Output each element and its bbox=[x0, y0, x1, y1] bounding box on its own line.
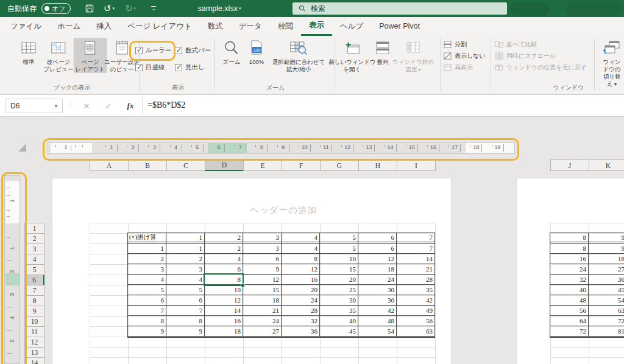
multiplication-table-cell[interactable]: 8 bbox=[128, 316, 166, 326]
row-header-10[interactable]: 10 bbox=[24, 316, 44, 327]
cancel-button[interactable]: ✕ bbox=[78, 99, 95, 113]
row-header-9[interactable]: 9 bbox=[24, 306, 44, 317]
multiplication-table-cell[interactable]: 30 bbox=[358, 285, 397, 295]
multiplication-table-cell[interactable]: 48 bbox=[358, 316, 397, 326]
multiplication-table-cell[interactable]: 27 bbox=[243, 326, 282, 337]
multiplication-table-right-cell[interactable]: 9 bbox=[589, 243, 624, 254]
gridlines-checkbox[interactable]: 目盛線 bbox=[135, 63, 165, 72]
multiplication-table-cell[interactable]: 7 bbox=[128, 306, 166, 316]
multiplication-table-cell[interactable]: 28 bbox=[397, 275, 435, 285]
multiplication-table-cell[interactable]: 14 bbox=[205, 306, 243, 316]
multiplication-table-right-cell[interactable]: 16 bbox=[550, 254, 589, 264]
multiplication-table-cell[interactable]: 36 bbox=[358, 295, 397, 306]
multiplication-table-right-cell[interactable]: 63 bbox=[589, 306, 624, 316]
multiplication-table-cell[interactable]: 12 bbox=[358, 254, 397, 264]
new-window-button[interactable]: 新しいウィンドウ を開く bbox=[328, 38, 376, 73]
multiplication-table-cell[interactable]: 5 bbox=[128, 285, 166, 295]
redo-button[interactable]: ↻▾ bbox=[125, 0, 136, 17]
insert-function-button[interactable]: fx bbox=[122, 99, 139, 113]
multiplication-table-cell[interactable]: 12 bbox=[243, 275, 282, 285]
row-header-14[interactable]: 14 bbox=[24, 357, 44, 364]
multiplication-table-cell[interactable]: 6 bbox=[128, 295, 166, 306]
multiplication-table-cell[interactable]: 4 bbox=[282, 243, 320, 254]
multiplication-table-cell[interactable]: 24 bbox=[243, 316, 282, 326]
switch-windows-button[interactable]: ウィンドウの 切り替え bbox=[603, 38, 621, 88]
customize-quick-access-button[interactable]: ⌄ bbox=[151, 0, 156, 17]
multiplication-table-cell[interactable]: 4 bbox=[166, 275, 205, 285]
reset-window-position-button[interactable]: ウィンドウの位置を元に戻す bbox=[495, 63, 587, 72]
multiplication-table-cell[interactable]: 4 bbox=[205, 254, 243, 264]
multiplication-table-cell[interactable]: 6 bbox=[358, 233, 397, 243]
multiplication-table-cell[interactable]: 54 bbox=[358, 326, 397, 337]
multiplication-table-cell[interactable]: 16 bbox=[205, 316, 243, 326]
formula-input[interactable]: =$B6*D$2 bbox=[147, 100, 185, 110]
tab-挿入[interactable]: 挿入 bbox=[88, 17, 119, 36]
multiplication-table-cell[interactable]: 40 bbox=[320, 316, 358, 326]
zoom-button[interactable]: ズーム bbox=[223, 38, 241, 66]
multiplication-table-cell[interactable]: 3 bbox=[166, 264, 205, 275]
multiplication-table-cell[interactable]: 2 bbox=[205, 233, 243, 243]
horizontal-ruler[interactable]: 112345678910111213141516171819 bbox=[48, 142, 515, 154]
multiplication-table-cell[interactable]: 8 bbox=[282, 254, 320, 264]
multiplication-table-right-cell[interactable]: 56 bbox=[550, 306, 589, 316]
multiplication-table-cell[interactable]: 9 bbox=[166, 326, 205, 337]
active-cell-selection[interactable] bbox=[204, 273, 244, 286]
multiplication-table-cell[interactable]: 42 bbox=[358, 306, 397, 316]
multiplication-table-cell[interactable]: 21 bbox=[243, 306, 282, 316]
tab-表示[interactable]: 表示 bbox=[301, 17, 332, 36]
multiplication-table-right-cell[interactable]: 40 bbox=[550, 285, 589, 295]
multiplication-table-cell[interactable]: 18 bbox=[243, 295, 282, 306]
custom-views-button[interactable]: ユーザー設定 のビュー bbox=[104, 38, 139, 73]
multiplication-table-cell[interactable]: 1 bbox=[166, 243, 205, 254]
multiplication-table-right-cell[interactable]: 9 bbox=[589, 233, 624, 243]
multiplication-table-cell[interactable]: 4 bbox=[128, 275, 166, 285]
page-break-preview-button[interactable]: 改ページ プレビュー bbox=[44, 38, 73, 73]
multiplication-table-cell[interactable]: 32 bbox=[282, 316, 320, 326]
row-header-2[interactable]: 2 bbox=[24, 233, 44, 244]
column-header-B[interactable]: B bbox=[128, 159, 167, 171]
multiplication-table-cell[interactable]: 3 bbox=[128, 264, 166, 275]
document-title[interactable]: sample.xlsx▾ bbox=[183, 0, 256, 17]
ruler-checkbox[interactable]: ルーラー bbox=[135, 46, 172, 55]
multiplication-table-cell[interactable]: 6 bbox=[358, 243, 397, 254]
multiplication-table-right-cell[interactable]: 72 bbox=[550, 326, 589, 337]
multiplication-table-cell[interactable]: 12 bbox=[205, 295, 243, 306]
save-button[interactable] bbox=[85, 0, 94, 17]
column-header-D[interactable]: D bbox=[205, 159, 244, 171]
multiplication-table-cell[interactable]: 35 bbox=[397, 285, 435, 295]
multiplication-table-cell[interactable]: 45 bbox=[320, 326, 358, 337]
undo-button[interactable]: ↺▾ bbox=[104, 0, 115, 17]
multiplication-table-cell[interactable]: 5 bbox=[320, 233, 358, 243]
multiplication-table-cell[interactable]: 9 bbox=[243, 264, 282, 275]
tab-Power Pivot[interactable]: Power Pivot bbox=[371, 17, 428, 36]
multiplication-table-right-cell[interactable]: 45 bbox=[589, 285, 624, 295]
multiplication-table-cell[interactable]: 14 bbox=[397, 254, 435, 264]
column-header-F[interactable]: F bbox=[282, 159, 321, 171]
multiplication-table-cell[interactable]: 10 bbox=[320, 254, 358, 264]
multiplication-table-cell[interactable]: 15 bbox=[320, 264, 358, 275]
column-header-C[interactable]: C bbox=[166, 159, 205, 171]
multiplication-table-cell[interactable]: 1 bbox=[166, 233, 205, 243]
row-header-5[interactable]: 5 bbox=[24, 264, 44, 275]
multiplication-table-cell[interactable]: 42 bbox=[397, 295, 435, 306]
row-header-4[interactable]: 4 bbox=[24, 254, 44, 265]
multiplication-table-cell[interactable]: 18 bbox=[205, 326, 243, 337]
multiplication-table-cell[interactable]: 2 bbox=[205, 243, 243, 254]
multiplication-table-right-cell[interactable]: 32 bbox=[550, 275, 589, 285]
autosave-toggle[interactable]: オフ bbox=[41, 0, 71, 17]
row-header-1[interactable]: 1 bbox=[24, 223, 44, 234]
multiplication-table-cell[interactable]: 6 bbox=[243, 254, 282, 264]
multiplication-table-right-cell[interactable]: 54 bbox=[589, 295, 624, 306]
select-all-corner[interactable] bbox=[18, 144, 26, 152]
view-side-by-side-button[interactable]: 並べて比較 bbox=[495, 40, 537, 49]
column-header-K[interactable]: K bbox=[589, 159, 624, 171]
column-header-A[interactable]: A bbox=[90, 159, 129, 171]
multiplication-table-right-cell[interactable]: 48 bbox=[550, 295, 589, 306]
split-button[interactable]: 分割 bbox=[444, 40, 467, 49]
multiplication-table-cell[interactable]: 8 bbox=[166, 316, 205, 326]
multiplication-table-cell[interactable]: 24 bbox=[282, 295, 320, 306]
tab-数式[interactable]: 数式 bbox=[200, 17, 231, 36]
multiplication-table-right-cell[interactable]: 8 bbox=[550, 233, 589, 243]
zoom-to-selection-button[interactable]: 選択範囲に合わせて 拡大/縮小 bbox=[272, 38, 325, 73]
multiplication-table-cell[interactable]: 28 bbox=[282, 306, 320, 316]
